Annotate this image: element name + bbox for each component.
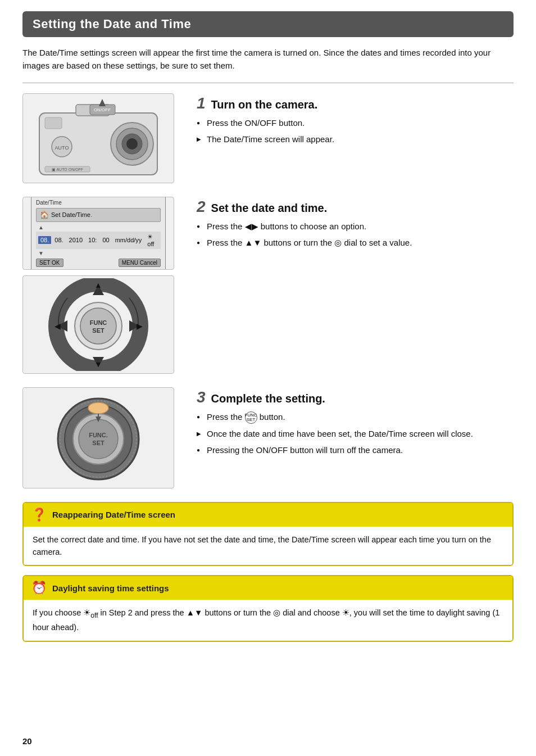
- step-1-bullet-1: Press the ON/OFF button.: [197, 117, 514, 130]
- svg-point-20: [80, 308, 116, 344]
- svg-text:FUNC.: FUNC.: [89, 432, 108, 438]
- reappearing-info-box: ❓ Reappearing Date/Time screen Set the c…: [22, 502, 514, 567]
- svg-rect-6: [45, 117, 62, 129]
- daylight-info-body: If you choose ☀off in Step 2 and press t…: [24, 600, 512, 640]
- home-icon: 🏠: [40, 211, 49, 219]
- screen-main: 🏠 Set Date/Time.: [36, 208, 161, 222]
- svg-text:▣ AUTO ON/OFF: ▣ AUTO ON/OFF: [52, 168, 83, 171]
- func-set-icon: FUNCSET: [245, 411, 257, 424]
- set-button: SET OK: [36, 259, 63, 267]
- step-3-bullet-2: Once the date and time have been set, th…: [197, 428, 514, 441]
- reappearing-info-body: Set the correct date and time. If you ha…: [24, 527, 512, 565]
- date-row: 08. 08. 2010 10: 00 mm/dd/yy ☀off: [36, 232, 161, 249]
- set-label: Set Date/Time.: [51, 211, 92, 218]
- step-1-camera-image: AUTO ON/OFF ▣ AUTO ON/OFF: [22, 93, 174, 183]
- svg-point-4: [126, 138, 138, 150]
- step-1-row: AUTO ON/OFF ▣ AUTO ON/OFF 1 Turn on the …: [22, 93, 514, 183]
- step-3-number: 3: [197, 390, 206, 405]
- daylight-info-header: ⏰ Daylight saving time settings: [24, 576, 512, 600]
- step-1-bullet-2: The Date/Time screen will appear.: [197, 133, 514, 146]
- page-number: 20: [22, 736, 32, 746]
- step-1-bullets: Press the ON/OFF button. The Date/Time s…: [197, 117, 514, 146]
- svg-point-31: [79, 419, 118, 459]
- step-2-number: 2: [197, 199, 206, 215]
- step-3-heading: 3 Complete the setting.: [197, 390, 514, 405]
- svg-text:▲: ▲: [94, 280, 102, 289]
- step-1-heading: 1 Turn on the camera.: [197, 96, 514, 111]
- intro-paragraph: The Date/Time settings screen will appea…: [22, 46, 514, 73]
- reappearing-info-header: ❓ Reappearing Date/Time screen: [24, 503, 512, 527]
- screen-footer: SET OK MENU Cancel: [36, 259, 161, 267]
- field-dst: ☀off: [145, 233, 158, 248]
- question-icon: ❓: [31, 508, 47, 522]
- svg-text:ON/OFF: ON/OFF: [94, 107, 111, 112]
- daylight-heading: Daylight saving time settings: [52, 583, 169, 593]
- camera-top-svg: AUTO ON/OFF ▣ AUTO ON/OFF: [28, 96, 169, 180]
- step-1-content: 1 Turn on the camera. Press the ON/OFF b…: [185, 93, 514, 150]
- step-3-image-col: FUNC. SET: [22, 387, 185, 488]
- step-3-heading-text: Complete the setting.: [211, 392, 325, 405]
- func-set-svg: FUNC. SET: [42, 391, 155, 484]
- svg-text:◀: ◀: [54, 322, 61, 331]
- step-2-image-col: Date/Time 🏠 Set Date/Time. ▲ 08. 08. 201…: [22, 197, 185, 374]
- nav-ring-svg: FUNC SET ◀ ▶ ▲ ▼: [42, 278, 155, 371]
- svg-text:SET: SET: [92, 327, 105, 334]
- screen-title: Date/Time: [36, 200, 161, 206]
- field-min: 00: [100, 236, 111, 244]
- step-2-heading-text: Set the date and time.: [211, 202, 328, 215]
- menu-cancel-button: MENU Cancel: [119, 259, 161, 267]
- step-3-content: 3 Complete the setting. Press the FUNCSE…: [185, 387, 514, 461]
- step-3-bullet-3: Pressing the ON/OFF button will turn off…: [197, 444, 514, 457]
- field-format: mm/dd/yy: [113, 236, 144, 244]
- svg-text:SET: SET: [92, 440, 105, 446]
- step-3-bullet-1: Press the FUNCSET button.: [197, 411, 514, 424]
- datetime-screen: Date/Time 🏠 Set Date/Time. ▲ 08. 08. 201…: [31, 197, 166, 270]
- svg-text:▶: ▶: [137, 322, 143, 331]
- step-2-content: 2 Set the date and time. Press the ◀▶ bu…: [185, 197, 514, 253]
- step-3-row: FUNC. SET 3 Complete the setting. Press …: [22, 387, 514, 488]
- svg-marker-13: [99, 99, 106, 106]
- step-2-row: Date/Time 🏠 Set Date/Time. ▲ 08. 08. 201…: [22, 197, 514, 374]
- field-hour: 10:: [86, 236, 99, 244]
- step-3-func-image: FUNC. SET: [22, 387, 174, 488]
- section-divider: [22, 83, 514, 83]
- field-month: 08.: [52, 236, 65, 244]
- svg-point-34: [88, 402, 108, 414]
- page-title: Setting the Date and Time: [22, 11, 514, 37]
- field-year: 2010: [67, 236, 85, 244]
- step-3-bullets: Press the FUNCSET button. Once the date …: [197, 411, 514, 457]
- svg-text:FUNC: FUNC: [90, 319, 107, 326]
- step-2-heading: 2 Set the date and time.: [197, 199, 514, 215]
- step-1-image-col: AUTO ON/OFF ▣ AUTO ON/OFF: [22, 93, 185, 183]
- svg-text:▼: ▼: [94, 360, 102, 369]
- step-2-screen-image: Date/Time 🏠 Set Date/Time. ▲ 08. 08. 201…: [22, 197, 174, 270]
- step-2-bullets: Press the ◀▶ buttons to choose an option…: [197, 220, 514, 250]
- step-1-heading-text: Turn on the camera.: [211, 98, 318, 111]
- svg-text:AUTO: AUTO: [55, 145, 69, 151]
- step-2-bullet-2: Press the ▲▼ buttons or turn the ◎ dial …: [197, 237, 514, 250]
- clock-icon: ⏰: [31, 581, 47, 595]
- step-2-bullet-1: Press the ◀▶ buttons to choose an option…: [197, 220, 514, 233]
- steps-area: AUTO ON/OFF ▣ AUTO ON/OFF 1 Turn on the …: [22, 93, 514, 488]
- step-1-number: 1: [197, 96, 206, 111]
- field-day: 08.: [38, 236, 51, 244]
- daylight-info-box: ⏰ Daylight saving time settings If you c…: [22, 575, 514, 641]
- step-2-nav-ring-image: FUNC SET ◀ ▶ ▲ ▼: [22, 275, 174, 374]
- reappearing-heading: Reappearing Date/Time screen: [52, 510, 175, 519]
